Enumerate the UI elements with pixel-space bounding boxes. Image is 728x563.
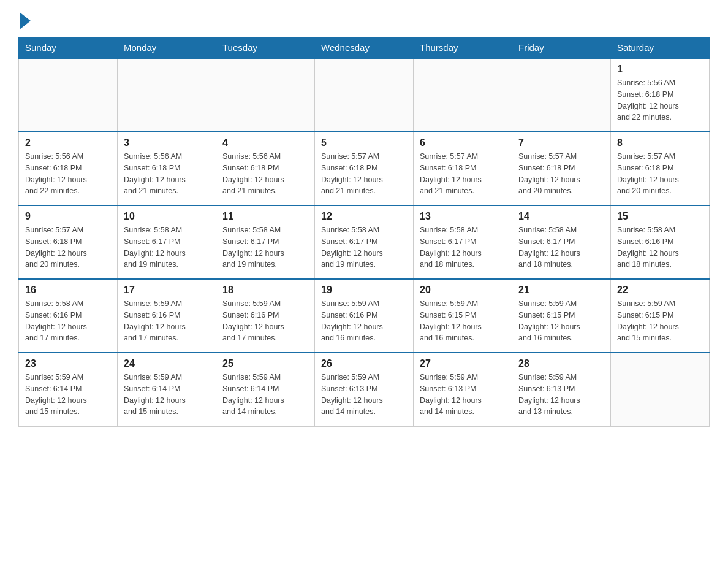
calendar-cell: 3Sunrise: 5:56 AM Sunset: 6:18 PM Daylig… bbox=[118, 132, 216, 205]
calendar-cell: 22Sunrise: 5:59 AM Sunset: 6:15 PM Dayli… bbox=[611, 279, 710, 353]
calendar-header-row: SundayMondayTuesdayWednesdayThursdayFrid… bbox=[19, 37, 710, 59]
calendar-cell: 8Sunrise: 5:57 AM Sunset: 6:18 PM Daylig… bbox=[611, 132, 710, 205]
page-header bbox=[18, 12, 710, 27]
logo bbox=[18, 12, 31, 27]
day-number: 12 bbox=[321, 211, 407, 222]
logo-arrow-icon bbox=[20, 12, 31, 29]
day-number: 20 bbox=[420, 285, 506, 296]
day-number: 8 bbox=[617, 137, 703, 148]
day-number: 19 bbox=[321, 285, 407, 296]
day-number: 21 bbox=[518, 285, 604, 296]
day-info: Sunrise: 5:59 AM Sunset: 6:14 PM Dayligh… bbox=[222, 372, 308, 418]
calendar-cell: 18Sunrise: 5:59 AM Sunset: 6:16 PM Dayli… bbox=[216, 279, 315, 353]
calendar-cell: 25Sunrise: 5:59 AM Sunset: 6:14 PM Dayli… bbox=[216, 353, 315, 426]
day-info: Sunrise: 5:58 AM Sunset: 6:17 PM Dayligh… bbox=[420, 224, 506, 270]
day-info: Sunrise: 5:59 AM Sunset: 6:15 PM Dayligh… bbox=[617, 298, 703, 344]
day-number: 17 bbox=[124, 285, 210, 296]
calendar-cell: 17Sunrise: 5:59 AM Sunset: 6:16 PM Dayli… bbox=[118, 279, 216, 353]
calendar-cell bbox=[19, 58, 118, 132]
day-info: Sunrise: 5:57 AM Sunset: 6:18 PM Dayligh… bbox=[518, 151, 604, 197]
calendar-cell: 11Sunrise: 5:58 AM Sunset: 6:17 PM Dayli… bbox=[216, 205, 315, 279]
day-number: 18 bbox=[222, 285, 308, 296]
calendar-cell: 13Sunrise: 5:58 AM Sunset: 6:17 PM Dayli… bbox=[414, 205, 512, 279]
day-number: 11 bbox=[222, 211, 308, 222]
day-info: Sunrise: 5:59 AM Sunset: 6:13 PM Dayligh… bbox=[321, 372, 407, 418]
day-info: Sunrise: 5:59 AM Sunset: 6:14 PM Dayligh… bbox=[124, 372, 210, 418]
calendar-cell: 26Sunrise: 5:59 AM Sunset: 6:13 PM Dayli… bbox=[315, 353, 414, 426]
calendar-cell: 2Sunrise: 5:56 AM Sunset: 6:18 PM Daylig… bbox=[19, 132, 118, 205]
calendar-cell bbox=[512, 58, 611, 132]
calendar-cell: 20Sunrise: 5:59 AM Sunset: 6:15 PM Dayli… bbox=[414, 279, 512, 353]
day-number: 13 bbox=[420, 211, 506, 222]
calendar-week-row: 16Sunrise: 5:58 AM Sunset: 6:16 PM Dayli… bbox=[19, 279, 710, 353]
day-info: Sunrise: 5:58 AM Sunset: 6:17 PM Dayligh… bbox=[124, 224, 210, 270]
calendar-cell bbox=[118, 58, 216, 132]
weekday-header-monday: Monday bbox=[118, 37, 216, 59]
weekday-header-friday: Friday bbox=[512, 37, 611, 59]
day-info: Sunrise: 5:59 AM Sunset: 6:15 PM Dayligh… bbox=[518, 298, 604, 344]
calendar-cell: 21Sunrise: 5:59 AM Sunset: 6:15 PM Dayli… bbox=[512, 279, 611, 353]
day-number: 4 bbox=[222, 137, 308, 148]
day-number: 22 bbox=[617, 285, 703, 296]
day-number: 25 bbox=[222, 358, 308, 369]
day-info: Sunrise: 5:56 AM Sunset: 6:18 PM Dayligh… bbox=[25, 151, 111, 197]
calendar-cell: 14Sunrise: 5:58 AM Sunset: 6:17 PM Dayli… bbox=[512, 205, 611, 279]
day-info: Sunrise: 5:58 AM Sunset: 6:16 PM Dayligh… bbox=[617, 224, 703, 270]
day-info: Sunrise: 5:56 AM Sunset: 6:18 PM Dayligh… bbox=[617, 77, 703, 123]
calendar-cell: 27Sunrise: 5:59 AM Sunset: 6:13 PM Dayli… bbox=[414, 353, 512, 426]
calendar-cell: 28Sunrise: 5:59 AM Sunset: 6:13 PM Dayli… bbox=[512, 353, 611, 426]
day-number: 24 bbox=[124, 358, 210, 369]
day-number: 2 bbox=[25, 137, 111, 148]
day-info: Sunrise: 5:59 AM Sunset: 6:16 PM Dayligh… bbox=[124, 298, 210, 344]
day-number: 9 bbox=[25, 211, 111, 222]
weekday-header-wednesday: Wednesday bbox=[315, 37, 414, 59]
day-number: 28 bbox=[518, 358, 604, 369]
day-number: 6 bbox=[420, 137, 506, 148]
day-number: 16 bbox=[25, 285, 111, 296]
day-number: 15 bbox=[617, 211, 703, 222]
day-info: Sunrise: 5:57 AM Sunset: 6:18 PM Dayligh… bbox=[25, 224, 111, 270]
day-info: Sunrise: 5:57 AM Sunset: 6:18 PM Dayligh… bbox=[617, 151, 703, 197]
day-info: Sunrise: 5:56 AM Sunset: 6:18 PM Dayligh… bbox=[124, 151, 210, 197]
calendar-cell: 7Sunrise: 5:57 AM Sunset: 6:18 PM Daylig… bbox=[512, 132, 611, 205]
calendar-cell: 1Sunrise: 5:56 AM Sunset: 6:18 PM Daylig… bbox=[611, 58, 710, 132]
day-number: 23 bbox=[25, 358, 111, 369]
calendar-week-row: 2Sunrise: 5:56 AM Sunset: 6:18 PM Daylig… bbox=[19, 132, 710, 205]
day-number: 27 bbox=[420, 358, 506, 369]
day-info: Sunrise: 5:58 AM Sunset: 6:17 PM Dayligh… bbox=[222, 224, 308, 270]
calendar-cell: 24Sunrise: 5:59 AM Sunset: 6:14 PM Dayli… bbox=[118, 353, 216, 426]
day-info: Sunrise: 5:57 AM Sunset: 6:18 PM Dayligh… bbox=[420, 151, 506, 197]
calendar-cell: 9Sunrise: 5:57 AM Sunset: 6:18 PM Daylig… bbox=[19, 205, 118, 279]
day-number: 10 bbox=[124, 211, 210, 222]
calendar-cell: 10Sunrise: 5:58 AM Sunset: 6:17 PM Dayli… bbox=[118, 205, 216, 279]
calendar-cell: 5Sunrise: 5:57 AM Sunset: 6:18 PM Daylig… bbox=[315, 132, 414, 205]
calendar-cell: 19Sunrise: 5:59 AM Sunset: 6:16 PM Dayli… bbox=[315, 279, 414, 353]
weekday-header-thursday: Thursday bbox=[414, 37, 512, 59]
calendar-week-row: 1Sunrise: 5:56 AM Sunset: 6:18 PM Daylig… bbox=[19, 58, 710, 132]
calendar-cell: 12Sunrise: 5:58 AM Sunset: 6:17 PM Dayli… bbox=[315, 205, 414, 279]
calendar-table: SundayMondayTuesdayWednesdayThursdayFrid… bbox=[18, 37, 710, 427]
day-info: Sunrise: 5:59 AM Sunset: 6:14 PM Dayligh… bbox=[25, 372, 111, 418]
day-info: Sunrise: 5:56 AM Sunset: 6:18 PM Dayligh… bbox=[222, 151, 308, 197]
calendar-cell bbox=[216, 58, 315, 132]
day-info: Sunrise: 5:58 AM Sunset: 6:16 PM Dayligh… bbox=[25, 298, 111, 344]
calendar-cell: 15Sunrise: 5:58 AM Sunset: 6:16 PM Dayli… bbox=[611, 205, 710, 279]
calendar-cell bbox=[414, 58, 512, 132]
day-info: Sunrise: 5:58 AM Sunset: 6:17 PM Dayligh… bbox=[321, 224, 407, 270]
calendar-week-row: 9Sunrise: 5:57 AM Sunset: 6:18 PM Daylig… bbox=[19, 205, 710, 279]
day-info: Sunrise: 5:59 AM Sunset: 6:13 PM Dayligh… bbox=[420, 372, 506, 418]
day-number: 7 bbox=[518, 137, 604, 148]
calendar-cell: 16Sunrise: 5:58 AM Sunset: 6:16 PM Dayli… bbox=[19, 279, 118, 353]
weekday-header-sunday: Sunday bbox=[19, 37, 118, 59]
calendar-cell bbox=[315, 58, 414, 132]
calendar-cell bbox=[611, 353, 710, 426]
day-info: Sunrise: 5:59 AM Sunset: 6:13 PM Dayligh… bbox=[518, 372, 604, 418]
calendar-week-row: 23Sunrise: 5:59 AM Sunset: 6:14 PM Dayli… bbox=[19, 353, 710, 426]
day-info: Sunrise: 5:59 AM Sunset: 6:16 PM Dayligh… bbox=[321, 298, 407, 344]
calendar-cell: 23Sunrise: 5:59 AM Sunset: 6:14 PM Dayli… bbox=[19, 353, 118, 426]
day-number: 1 bbox=[617, 64, 703, 75]
weekday-header-saturday: Saturday bbox=[611, 37, 710, 59]
day-info: Sunrise: 5:59 AM Sunset: 6:16 PM Dayligh… bbox=[222, 298, 308, 344]
weekday-header-tuesday: Tuesday bbox=[216, 37, 315, 59]
day-number: 26 bbox=[321, 358, 407, 369]
